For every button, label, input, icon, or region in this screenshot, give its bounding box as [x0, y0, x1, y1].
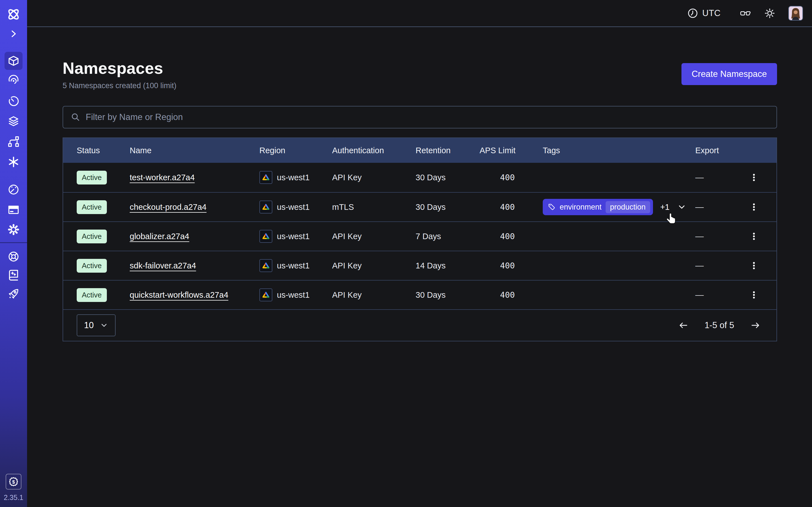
- column-header-retention: Retention: [416, 146, 479, 155]
- tag-value: production: [606, 201, 650, 213]
- tag-more-count: +1: [660, 203, 670, 212]
- namespace-name-link[interactable]: sdk-failover.a27a4: [130, 261, 196, 270]
- page-size-value: 10: [84, 320, 94, 330]
- authentication-value: mTLS: [332, 203, 416, 212]
- aps-limit-value: 400: [479, 173, 543, 182]
- sidebar-item-gauge-icon[interactable]: [7, 183, 20, 196]
- sidebar: $ 2.35.1: [0, 0, 27, 507]
- namespace-name-link[interactable]: globalizer.a27a4: [130, 232, 189, 241]
- status-badge: Active: [77, 171, 107, 184]
- main-content: Namespaces 5 Namespaces created (100 lim…: [63, 27, 777, 341]
- chevron-down-icon: [100, 321, 108, 330]
- app-version: 2.35.1: [0, 494, 27, 502]
- timezone-label: UTC: [702, 8, 721, 18]
- page-title: Namespaces: [63, 59, 176, 77]
- kebab-menu-icon: [749, 231, 759, 241]
- tag-chip[interactable]: environment production: [543, 199, 653, 215]
- export-value: —: [695, 290, 704, 300]
- sidebar-item-timer-icon[interactable]: [7, 95, 20, 108]
- region-label: us-west1: [277, 203, 310, 212]
- credits-button[interactable]: $: [6, 474, 21, 490]
- tag-key: environment: [560, 203, 602, 212]
- export-value: —: [695, 231, 704, 241]
- retention-value: 14 Days: [416, 261, 479, 270]
- status-badge: Active: [77, 200, 107, 214]
- row-actions-kebab-button[interactable]: [747, 200, 761, 214]
- status-badge: Active: [77, 230, 107, 243]
- table-row: Active quickstart-workflows.a27a4 us-wes…: [63, 280, 776, 309]
- aps-limit-value: 400: [479, 231, 543, 241]
- authentication-value: API Key: [332, 173, 416, 182]
- theme-sun-icon[interactable]: [764, 8, 775, 19]
- gcp-cloud-icon: [259, 230, 272, 243]
- next-page-button[interactable]: [750, 320, 761, 331]
- column-header-authentication: Authentication: [332, 146, 416, 155]
- aps-limit-value: 400: [479, 202, 543, 212]
- row-actions-kebab-button[interactable]: [747, 259, 761, 272]
- column-header-region: Region: [259, 146, 332, 155]
- table-row: Active sdk-failover.a27a4 us-west1 API K…: [63, 251, 776, 280]
- authentication-value: API Key: [332, 261, 416, 270]
- row-actions-kebab-button[interactable]: [747, 230, 761, 243]
- svg-text:$: $: [12, 480, 15, 485]
- sidebar-item-iris-icon[interactable]: [7, 74, 20, 87]
- timezone-selector[interactable]: UTC: [687, 8, 721, 19]
- page-subtitle: 5 Namespaces created (100 limit): [63, 81, 176, 90]
- tags-expand-chevron-down-icon[interactable]: [677, 202, 687, 212]
- filter-bar[interactable]: [63, 106, 777, 128]
- sidebar-item-lifebuoy-icon[interactable]: [7, 250, 20, 263]
- row-actions-kebab-button[interactable]: [747, 171, 761, 184]
- topbar: UTC: [27, 0, 812, 27]
- sidebar-item-branch-icon[interactable]: [7, 135, 20, 148]
- page-size-select[interactable]: 10: [77, 314, 116, 336]
- expand-sidebar-chevron-right-icon[interactable]: [8, 28, 19, 40]
- retention-value: 7 Days: [416, 232, 479, 241]
- temporal-logo: [6, 7, 21, 22]
- kebab-menu-icon: [749, 202, 759, 212]
- credits-icon: $: [8, 476, 19, 488]
- create-namespace-button[interactable]: Create Namespace: [681, 63, 777, 85]
- sidebar-item-namespaces-cube-icon[interactable]: [4, 52, 22, 70]
- filter-input[interactable]: [86, 112, 769, 122]
- sidebar-item-asterisk-icon[interactable]: [7, 156, 20, 168]
- sidebar-divider: [0, 242, 27, 243]
- retention-value: 30 Days: [416, 290, 479, 300]
- search-icon: [70, 112, 81, 122]
- table-header-row: Status Name Region Authentication Retent…: [63, 138, 776, 163]
- sidebar-item-rocket-icon[interactable]: [7, 287, 20, 300]
- user-avatar[interactable]: [788, 6, 803, 20]
- column-header-status: Status: [63, 146, 130, 155]
- table-row: Active test-worker.a27a4 us-west1 API Ke…: [63, 163, 776, 192]
- glasses-icon[interactable]: [740, 8, 751, 19]
- authentication-value: API Key: [332, 290, 416, 300]
- row-actions-kebab-button[interactable]: [747, 288, 761, 302]
- region-label: us-west1: [277, 290, 310, 300]
- gcp-cloud-icon: [259, 259, 272, 272]
- previous-page-button[interactable]: [678, 320, 689, 331]
- pagination-range: 1-5 of 5: [705, 320, 734, 330]
- namespace-name-link[interactable]: quickstart-workflows.a27a4: [130, 290, 229, 299]
- column-header-export: Export: [695, 146, 776, 155]
- table-row: Active globalizer.a27a4 us-west1 API Key…: [63, 221, 776, 251]
- status-badge: Active: [77, 288, 107, 302]
- namespace-name-link[interactable]: test-worker.a27a4: [130, 173, 195, 182]
- kebab-menu-icon: [749, 261, 759, 270]
- kebab-menu-icon: [749, 290, 759, 300]
- namespace-name-link[interactable]: checkout-prod.a27a4: [130, 203, 206, 212]
- arrow-left-icon: [678, 320, 689, 331]
- sidebar-item-billing-icon[interactable]: [7, 203, 20, 216]
- gcp-cloud-icon: [259, 288, 272, 301]
- sidebar-item-book-icon[interactable]: [7, 269, 20, 282]
- tags-cell: environment production +1: [543, 199, 695, 215]
- authentication-value: API Key: [332, 232, 416, 241]
- sidebar-item-gear-icon[interactable]: [7, 223, 20, 236]
- table-row: Active checkout-prod.a27a4 us-west1 mTLS…: [63, 192, 776, 221]
- region-label: us-west1: [277, 232, 310, 241]
- column-header-name: Name: [130, 146, 259, 155]
- arrow-right-icon: [750, 320, 761, 331]
- table-footer: 10 1-5 of 5: [63, 309, 776, 341]
- gcp-cloud-icon: [259, 171, 272, 184]
- status-badge: Active: [77, 259, 107, 273]
- app-root: $ 2.35.1 UTC: [0, 0, 812, 507]
- sidebar-item-layers-icon[interactable]: [7, 115, 20, 128]
